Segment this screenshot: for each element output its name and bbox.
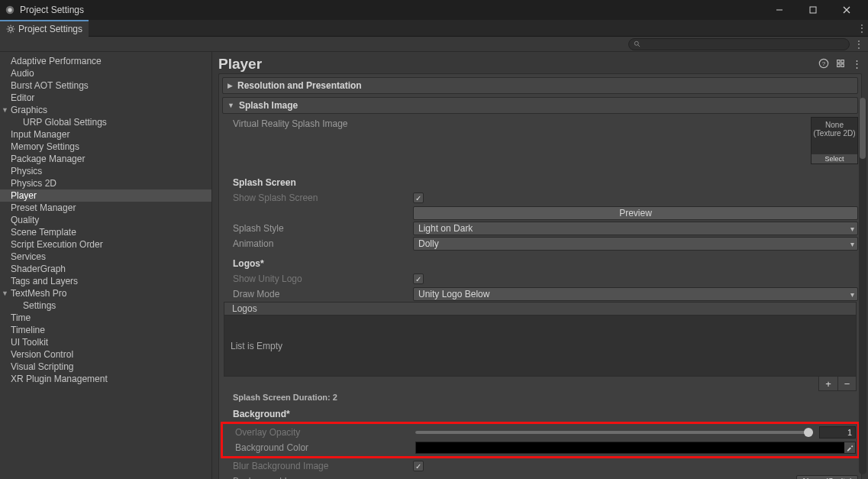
sidebar-item-ui-toolkit[interactable]: UI Toolkit [0,336,211,348]
sidebar-item-quality[interactable]: Quality [0,214,211,226]
sidebar-item-shadergraph[interactable]: ShaderGraph [0,263,211,275]
eyedropper-icon[interactable] [844,442,855,453]
content-menu-icon[interactable]: ⋮ [852,58,862,71]
animation-dropdown[interactable]: Dolly [413,237,858,251]
sidebar-item-label: Physics 2D [11,178,56,189]
window-maximize-button[interactable] [796,0,830,20]
vr-splash-texture-field[interactable]: None (Texture 2D) Select [811,117,858,164]
sidebar-item-physics[interactable]: Physics [0,165,211,177]
window-minimize-button[interactable] [763,0,796,20]
sidebar-item-time[interactable]: Time [0,312,211,324]
blur-bg-label: Blur Background Image [233,461,413,471]
sidebar-item-adaptive-performance[interactable]: Adaptive Performance [0,55,211,67]
section-resolution-presentation[interactable]: ▶ Resolution and Presentation [222,77,858,94]
sidebar-item-label: Player [11,190,37,201]
sidebar-item-label: Package Manager [11,154,85,164]
sidebar-item-urp-global-settings[interactable]: URP Global Settings [0,116,211,128]
sidebar-item-label: Audio [11,68,34,79]
sidebar-item-label: Graphics [11,105,47,115]
sidebar-item-label: Visual Scripting [11,361,74,372]
sidebar-item-scene-template[interactable]: Scene Template [0,226,211,238]
list-remove-button[interactable]: − [837,377,856,390]
show-splash-checkbox[interactable]: ✓ [413,193,424,203]
overlay-opacity-input[interactable]: 1 [819,426,856,439]
sidebar-item-tags-and-layers[interactable]: Tags and Layers [0,275,211,287]
list-add-button[interactable]: + [819,377,837,390]
preset-icon[interactable] [835,58,846,71]
sidebar-item-label: Quality [11,215,39,225]
sidebar-item-memory-settings[interactable]: Memory Settings [0,141,211,153]
sidebar-item-package-manager[interactable]: Package Manager [0,153,211,165]
sidebar-item-label: Editor [11,92,34,103]
logos-list-header[interactable]: Logos [224,302,857,316]
highlighted-region: Overlay Opacity 1 Background Color [221,422,860,458]
sidebar-item-services[interactable]: Services [0,251,211,263]
sidebar-item-physics-2d[interactable]: Physics 2D [0,177,211,189]
sidebar-item-editor[interactable]: Editor [0,92,211,104]
logos-heading: Logos* [233,258,413,269]
window-close-button[interactable] [830,0,863,20]
sidebar-item-preset-manager[interactable]: Preset Manager [0,202,211,214]
select-texture-button[interactable]: Select [812,154,857,163]
svg-point-1 [8,8,11,11]
tabbar-menu-icon[interactable]: ⋮ [856,20,868,36]
sidebar-item-label: Adaptive Performance [11,56,102,66]
sidebar-item-xr-plugin-management[interactable]: XR Plugin Management [0,373,211,385]
sidebar-item-textmesh-pro[interactable]: ▼TextMesh Pro [0,287,211,299]
sidebar-item-player[interactable]: Player [0,189,211,202]
sidebar-item-settings[interactable]: Settings [0,299,211,312]
chevron-down-icon: ▼ [227,102,234,109]
sidebar-item-timeline[interactable]: Timeline [0,324,211,336]
sidebar-item-input-manager[interactable]: Input Manager [0,128,211,141]
search-input[interactable] [628,38,850,50]
settings-sidebar: Adaptive PerformanceAudioBurst AOT Setti… [0,52,212,479]
background-image-field[interactable]: None (Sprite) [796,475,858,479]
sidebar-item-label: Time [11,312,31,323]
animation-label: Animation [233,238,413,249]
sidebar-item-label: Settings [23,300,56,311]
chevron-down-icon: ▼ [2,106,8,114]
sidebar-item-visual-scripting[interactable]: Visual Scripting [0,361,211,373]
page-title: Player [218,56,262,73]
background-color-field[interactable] [415,442,856,454]
draw-mode-label: Draw Mode [233,289,413,299]
window-title: Project Settings [20,5,84,15]
sidebar-item-label: Timeline [11,325,45,335]
sidebar-item-label: Physics [11,166,42,176]
svg-rect-3 [810,7,816,13]
app-icon [5,5,15,15]
sidebar-item-version-control[interactable]: Version Control [0,348,211,361]
background-color-label: Background Color [235,442,415,453]
panel-menu-icon[interactable]: ⋮ [853,39,865,50]
help-icon[interactable]: ? [818,58,829,71]
scrollbar-thumb[interactable] [860,98,866,159]
sidebar-item-script-execution-order[interactable]: Script Execution Order [0,238,211,251]
sidebar-item-audio[interactable]: Audio [0,67,211,79]
chevron-down-icon: ▼ [2,290,8,297]
overlay-opacity-slider[interactable] [415,431,813,434]
sidebar-item-label: TextMesh Pro [11,288,66,299]
window-titlebar: Project Settings [0,0,868,20]
section-splash-image[interactable]: ▼ Splash Image [222,97,858,114]
vertical-scrollbar[interactable] [859,98,866,474]
preview-button[interactable]: Preview [413,206,858,220]
sidebar-item-label: Script Execution Order [11,239,103,250]
show-unity-logo-checkbox[interactable]: ✓ [413,273,424,284]
tab-bar: Project Settings ⋮ [0,20,868,37]
splash-style-dropdown[interactable]: Light on Dark [413,222,858,235]
draw-mode-dropdown[interactable]: Unity Logo Below [413,287,858,301]
blur-bg-checkbox[interactable]: ✓ [413,461,424,471]
slider-thumb[interactable] [804,428,813,437]
sidebar-item-label: Version Control [11,349,73,360]
tab-project-settings[interactable]: Project Settings [0,20,89,37]
search-bar: ⋮ [0,37,868,52]
sidebar-item-burst-aot-settings[interactable]: Burst AOT Settings [0,79,211,92]
gear-icon [6,24,15,34]
sidebar-item-graphics[interactable]: ▼Graphics [0,104,211,116]
settings-content: Player ? ⋮ ▶ Resolution and Presentation… [212,52,868,479]
sidebar-item-label: Input Manager [11,129,69,140]
search-icon [634,40,641,48]
sidebar-item-label: Memory Settings [11,141,79,152]
sidebar-item-label: Burst AOT Settings [11,80,89,91]
svg-text:?: ? [822,60,826,66]
